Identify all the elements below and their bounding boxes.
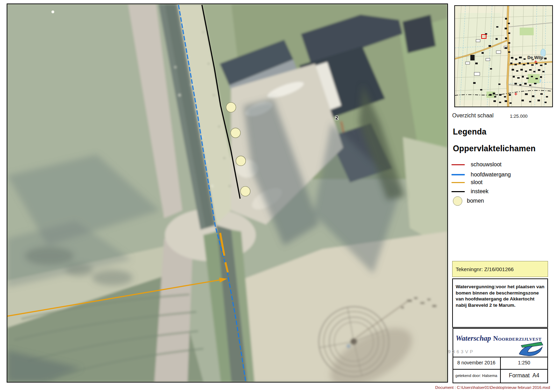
insteek-swatch <box>451 191 465 192</box>
overview-inset-map: De Wilp <box>454 5 553 107</box>
legend-section-title: Oppervlaktelichamen <box>453 144 535 153</box>
legend-item-label: bomen <box>467 198 484 204</box>
legend-item-label: sloot <box>471 179 483 186</box>
legend-item-label: schouwsloot <box>471 161 501 168</box>
legend-item-insteek: insteek <box>451 187 489 196</box>
legend-item-label: hoofdwatergang <box>471 172 511 178</box>
white-dot <box>51 10 54 13</box>
boom-marker <box>236 156 246 166</box>
overview-map-canvas: De Wilp <box>455 6 552 107</box>
waterschap-logo-icon <box>517 341 545 357</box>
parcel-number-label: 2 <box>335 115 338 121</box>
drawing-number-box: Tekeningnr: Z/16/001266 <box>452 261 548 277</box>
scale-cell: 1:250 <box>501 360 547 365</box>
schouwsloot-swatch <box>451 164 465 165</box>
legend-item-bomen: bomen <box>451 197 484 205</box>
aerial-photo-canvas: 2 <box>7 4 447 382</box>
org-code-text: 9363VP <box>448 349 475 354</box>
legend-item-label: insteek <box>471 188 489 195</box>
org-name-caps: Noorderzijlvest <box>493 335 541 342</box>
format-cell: Formaat A4 <box>501 372 547 379</box>
place-name-label: De Wilp <box>527 55 543 60</box>
date-cell: 8 november 2016 <box>453 360 499 365</box>
permit-description-box: Watervergunning:voor het plaatsen van bo… <box>452 278 548 328</box>
drawing-number-text: Tekeningnr: Z/16/001266 <box>456 266 514 272</box>
legend-item-hoofdwatergang: hoofdwatergang <box>451 170 511 179</box>
boom-marker <box>241 186 250 196</box>
document-path-text: Document : C:\Users\halser01\Desktop\nie… <box>435 385 550 390</box>
org-name-script: Waterschap <box>456 334 491 342</box>
drawn-by-cell: getekend door: Halsema <box>453 373 499 378</box>
permit-description-text: Watervergunning:voor het plaatsen van bo… <box>456 284 545 308</box>
overview-scale-label: Overzicht schaal <box>452 112 493 119</box>
legend-title: Legenda <box>453 127 486 137</box>
boom-marker <box>231 128 241 138</box>
main-map-aerial: 2 <box>7 3 448 383</box>
legend-item-schouwsloot: schouwsloot <box>451 160 501 169</box>
legend-item-sloot: sloot <box>451 178 483 187</box>
boom-marker <box>226 102 236 112</box>
sloot-swatch <box>451 182 465 183</box>
bomen-swatch <box>453 196 462 206</box>
overview-scale-value: 1:25.000 <box>510 114 528 119</box>
hoofdwatergang-swatch <box>451 174 465 175</box>
